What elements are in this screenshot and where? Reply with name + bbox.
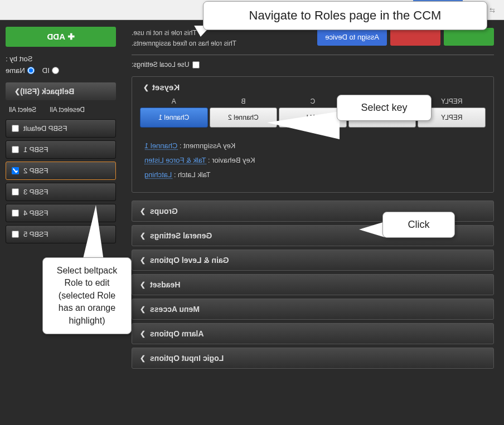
- local-settings-label: Use Local Settings:: [132, 61, 189, 69]
- button-row: Assign to Device: [317, 28, 494, 46]
- role-checkbox[interactable]: [12, 188, 19, 196]
- chevron-right-icon: ❯: [140, 207, 146, 215]
- role-item[interactable]: FSBP 2: [6, 162, 116, 180]
- section-header[interactable]: ❯Gain & Level Options: [132, 250, 494, 271]
- key-behavior-label: Key Behavior :: [208, 156, 255, 164]
- talk-latch-link[interactable]: Latching: [144, 170, 172, 179]
- role-label: FSBP Default: [23, 124, 67, 133]
- sort-options: Name ID: [6, 66, 116, 75]
- section-header[interactable]: ❯Alarm Options: [132, 323, 494, 344]
- top-row: This role is not in use. This role has n…: [132, 28, 494, 55]
- local-settings-checkbox[interactable]: [192, 61, 200, 69]
- status-block: This role is not in use. This role has n…: [132, 28, 236, 49]
- callout-tail: [267, 111, 340, 139]
- chevron-down-icon: ❯: [143, 84, 149, 91]
- add-button[interactable]: ✚ ADD: [6, 27, 116, 47]
- role-item[interactable]: FSBP 1: [6, 140, 116, 159]
- role-item[interactable]: FSBP 3: [6, 183, 116, 201]
- role-label: FSBP 2: [23, 167, 49, 175]
- section-label: Gain & Level Options: [150, 256, 229, 265]
- role-checkbox[interactable]: [12, 125, 19, 132]
- section-label: Groups: [150, 207, 178, 216]
- section-label: Menu Access: [150, 305, 200, 314]
- role-label: FSBP 5: [23, 230, 49, 238]
- section-label: Logic Input Options: [150, 354, 224, 363]
- sort-name-option[interactable]: Name: [6, 66, 35, 75]
- callout-navigate: Navigate to Roles page in the CCM: [203, 1, 487, 30]
- role-checkbox[interactable]: [12, 209, 19, 217]
- select-all-link[interactable]: Select All: [9, 106, 36, 114]
- key-column-label: A: [140, 97, 208, 105]
- callout-tail: [83, 205, 104, 261]
- callout-tail: [359, 222, 385, 237]
- role-label: FSBP 4: [23, 209, 49, 217]
- role-checkbox[interactable]: [12, 146, 19, 153]
- chevron-right-icon: ❯: [140, 330, 146, 338]
- talk-latch-label: Talk Latch :: [174, 170, 211, 179]
- role-item[interactable]: FSBP Default: [6, 119, 116, 138]
- chevron-right-icon: ❯: [140, 354, 146, 362]
- key-button[interactable]: Channel 1: [140, 108, 208, 128]
- section-label: Alarm Options: [150, 329, 203, 338]
- key-info: Key Assignment : Channel 1 Key Behavior …: [140, 139, 486, 182]
- role-checkbox[interactable]: [12, 231, 19, 238]
- swap-icon: ⇄: [490, 6, 495, 14]
- sort-id-radio[interactable]: [52, 67, 59, 74]
- chevron-right-icon: ❯: [140, 281, 146, 289]
- group-beltpack[interactable]: ❯ Beltpack (FSII): [6, 82, 116, 100]
- select-links: Select All Deselect All: [6, 106, 116, 114]
- deselect-all-link[interactable]: Deselect All: [50, 106, 85, 114]
- role-label: FSBP 1: [23, 145, 49, 154]
- key-column-label: B: [210, 97, 278, 105]
- assign-device-button[interactable]: Assign to Device: [317, 28, 387, 46]
- chevron-right-icon: ❯: [140, 256, 146, 264]
- sort-id-option[interactable]: ID: [42, 66, 59, 75]
- section-header[interactable]: ❯Logic Input Options: [132, 348, 494, 369]
- callout-select-role: Select beltpack Role to edit (selected R…: [42, 257, 132, 334]
- local-settings-row: Use Local Settings:: [132, 61, 494, 69]
- section-label: Headset: [150, 280, 180, 289]
- chevron-right-icon: ❯: [140, 305, 146, 313]
- key-behavior-link[interactable]: Talk & Force Listen: [144, 156, 206, 164]
- sort-name-radio[interactable]: [27, 67, 35, 74]
- keyset-title[interactable]: ❯ Keyset: [140, 82, 486, 92]
- chevron-right-icon: ❯: [140, 232, 146, 240]
- status-line: This role has no fixed assignments.: [132, 38, 236, 49]
- section-header[interactable]: ❯Headset: [132, 274, 494, 295]
- key-assignment-link[interactable]: Channel 1: [144, 141, 177, 150]
- key-column: AChannel 1: [140, 97, 208, 128]
- role-checkbox[interactable]: [12, 167, 19, 174]
- green-button[interactable]: [444, 28, 494, 46]
- sort-by-label: Sort by :: [6, 55, 116, 63]
- group-label: Beltpack (FSII): [20, 87, 74, 96]
- red-button[interactable]: [390, 28, 440, 46]
- callout-click: Click: [382, 212, 455, 238]
- section-header[interactable]: ❯Menu Access: [132, 299, 494, 320]
- role-label: FSBP 3: [23, 188, 49, 196]
- chevron-down-icon: ❯: [14, 87, 20, 95]
- key-assignment-label: Key Assignment :: [180, 141, 235, 150]
- section-label: General Settings: [150, 231, 212, 240]
- callout-select-key: Select key: [337, 95, 432, 121]
